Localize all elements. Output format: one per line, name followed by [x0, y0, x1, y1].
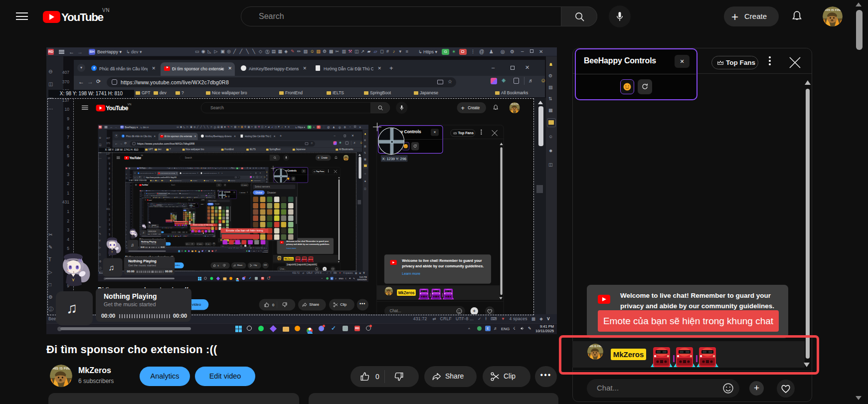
svg-text:THIS IS FINE: THIS IS FINE [823, 8, 842, 11]
svg-text:THIS IS FINE: THIS IS FINE [50, 367, 72, 370]
